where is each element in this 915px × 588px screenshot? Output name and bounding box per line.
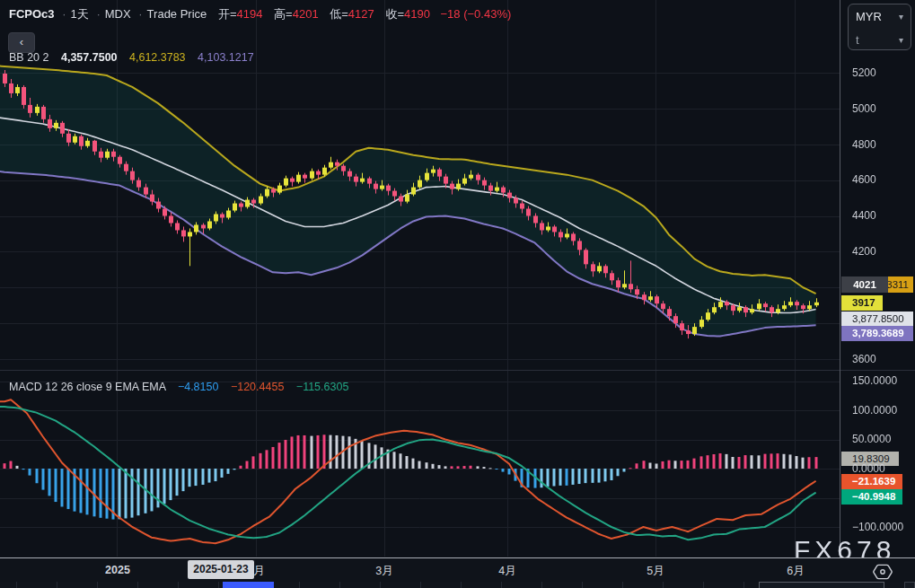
macd-line-value: −120.4455 <box>231 381 284 393</box>
hexagon-logo-icon[interactable] <box>873 564 893 580</box>
separator-dot: · <box>138 7 142 21</box>
last-price-badge: 3917 <box>841 295 883 311</box>
bottom-strip-tile-divider <box>57 582 57 588</box>
currency-value: MYR <box>856 10 882 23</box>
change-value: −18 (−0.43%) <box>441 7 512 21</box>
trading-chart-app: FCPOc3 ·1天 ·MDX ·Trade Price 开=4194 高=42… <box>0 0 915 588</box>
time-axis-label: 4月 <box>498 564 515 579</box>
bottom-strip-tile-divider <box>178 582 179 588</box>
macd-axis-tick: 100.0000 <box>852 404 897 417</box>
back-button[interactable]: ‹ <box>8 32 35 53</box>
price-type-label: Trade Price <box>147 7 207 21</box>
high-label: 高= <box>274 7 293 21</box>
bottom-strip-tile-divider <box>299 582 300 588</box>
bb-basis-axis-badge: 3,877.8500 <box>841 312 913 326</box>
chevron-down-icon: ▾ <box>899 12 903 22</box>
time-axis[interactable]: 6月5月4月3月2月2025 2025-01-23 <box>0 557 915 583</box>
low-value: 4127 <box>348 7 374 21</box>
bb-upper-value: 4,612.3783 <box>129 51 186 64</box>
bottom-strip-tile-divider <box>339 582 340 588</box>
price-axis[interactable]: 3,966.3311 4021 3917 3,877.8500 3,789.36… <box>840 0 915 582</box>
price-axis-tick: 4400 <box>852 209 876 222</box>
bottom-strip-tile-divider <box>420 582 421 588</box>
bb-legend-title: BB 20 2 <box>9 51 48 64</box>
macd-signal-value: −115.6305 <box>296 381 349 393</box>
separator-dot: · <box>62 7 66 21</box>
price-axis-tick: 4200 <box>852 245 876 258</box>
close-value: 4190 <box>404 7 430 21</box>
exchange-label: MDX <box>105 7 131 21</box>
open-value: 4194 <box>237 7 263 21</box>
bottom-strip-tile-divider <box>622 582 623 588</box>
separator-dot: · <box>96 7 100 21</box>
chevron-down-icon: ▾ <box>899 35 903 45</box>
bottom-strip-tile-divider <box>501 582 502 588</box>
crosshair-price-badge: 4021 <box>841 276 888 293</box>
high-value: 4201 <box>293 7 319 21</box>
macd-signal-axis-badge: −40.9948 <box>841 489 902 505</box>
price-axis-tick: 3600 <box>852 353 876 365</box>
macd-hist-value: −4.8150 <box>178 381 219 393</box>
unit-value: t <box>856 33 859 47</box>
symbol-name[interactable]: FCPOc3 <box>9 7 55 21</box>
bb-basis-value: 4,357.7500 <box>61 51 118 64</box>
bottom-strip <box>0 582 915 588</box>
macd-legend-title: MACD 12 26 close 9 EMA EMA <box>9 381 165 393</box>
currency-unit-selector: MYR ▾ t ▾ <box>848 4 911 50</box>
low-label: 低= <box>330 7 348 21</box>
macd-axis-tick: 0.0000 <box>852 462 885 475</box>
chart-header: FCPOc3 ·1天 ·MDX ·Trade Price 开=4194 高=42… <box>9 6 511 22</box>
time-axis-label: 3月 <box>375 564 392 579</box>
interval-label[interactable]: 1天 <box>71 7 89 21</box>
macd-indicator-legend[interactable]: MACD 12 26 close 9 EMA EMA −4.8150 −120.… <box>9 381 348 393</box>
bottom-strip-panel <box>759 582 884 588</box>
bottom-strip-tile-divider <box>16 582 17 588</box>
bottom-strip-tile-divider <box>380 582 381 588</box>
bb-lower-value: 4,103.1217 <box>198 51 254 64</box>
bottom-strip-tile-divider <box>461 582 462 588</box>
price-axis-tick: 4600 <box>852 173 876 186</box>
price-macd-chart-canvas[interactable] <box>0 0 915 588</box>
macd-axis-tick: −100.0000 <box>852 521 903 533</box>
price-axis-tick: 4800 <box>852 138 876 151</box>
unit-dropdown[interactable]: t ▾ <box>849 28 911 51</box>
price-axis-tick: 5000 <box>852 102 876 115</box>
bb-lower-axis-badge: 3,789.3689 <box>841 326 913 341</box>
bottom-strip-tile-divider <box>663 582 664 588</box>
price-axis-tick: 5200 <box>852 66 876 79</box>
macd-axis-tick: 150.0000 <box>852 374 897 387</box>
currency-dropdown[interactable]: MYR ▾ <box>849 4 911 28</box>
bottom-strip-tile-divider <box>743 582 744 588</box>
macd-line-axis-badge: −21.1639 <box>841 474 902 489</box>
bb-indicator-legend[interactable]: BB 20 2 4,357.7500 4,612.3783 4,103.1217 <box>9 51 254 64</box>
bottom-strip-selection[interactable] <box>223 582 274 588</box>
open-label: 开= <box>218 7 237 21</box>
close-label: 收= <box>385 7 404 21</box>
bottom-strip-tile-divider <box>582 582 583 588</box>
bottom-strip-tile-divider <box>97 582 98 588</box>
time-axis-label: 5月 <box>647 564 664 579</box>
bottom-strip-tile-divider <box>137 582 138 588</box>
macd-axis-tick: 50.0000 <box>852 433 891 445</box>
bottom-strip-tile-divider <box>703 582 704 588</box>
bottom-strip-tile-divider <box>541 582 542 588</box>
time-axis-label: 6月 <box>787 564 804 579</box>
bottom-strip-panel-small <box>904 582 915 588</box>
crosshair-date-badge: 2025-01-23 <box>188 560 254 579</box>
time-axis-label: 2025 <box>105 564 130 576</box>
bottom-strip-tile-divider <box>218 582 219 588</box>
